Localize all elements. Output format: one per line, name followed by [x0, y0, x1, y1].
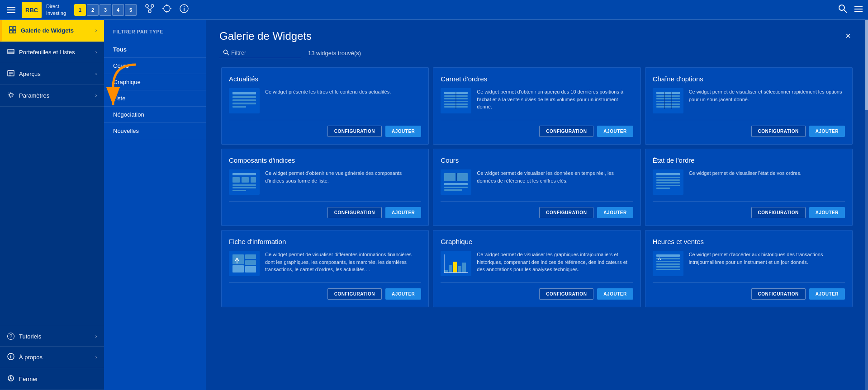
sidebar: Galerie de Widgets › Portefeuilles et Li… [0, 20, 104, 390]
widget-cours: Cours Ce widget permet de visualiser les… [433, 149, 640, 226]
galerie-icon [9, 26, 16, 35]
filter-tous[interactable]: Tous [104, 42, 206, 58]
widget-carnet-ordres-config[interactable]: CONFIGURATION [539, 126, 593, 137]
filter-input-wrap [219, 47, 301, 58]
svg-line-38 [227, 53, 229, 55]
svg-rect-72 [656, 173, 680, 175]
sidebar-item-portefeuilles-label: Portefeuilles et Listes [19, 49, 91, 56]
sidebar-item-parametres-arrow: › [95, 93, 97, 98]
filter-graphique[interactable]: Graphique [104, 74, 206, 90]
svg-rect-75 [656, 182, 680, 183]
info-icon[interactable] [179, 4, 189, 16]
widget-fiche-information-footer: CONFIGURATION AJOUTER [229, 282, 421, 300]
close-button[interactable]: × [842, 29, 854, 43]
svg-rect-82 [245, 266, 256, 273]
parametres-icon [7, 91, 14, 100]
widget-actualites-body: Ce widget présente les titres et le cont… [229, 88, 421, 113]
widget-chaine-options-desc: Ce widget permet de visualiser et sélect… [689, 88, 845, 113]
filter-liste[interactable]: Liste [104, 90, 206, 107]
hamburger-menu[interactable] [5, 5, 17, 15]
widget-etat-ordre-footer: CONFIGURATION AJOUTER [653, 201, 845, 218]
widget-composants-indices-desc: Ce widget permet d'obtenir une vue génér… [265, 169, 421, 195]
scrollbar-thumb[interactable] [865, 20, 868, 110]
widget-graphique-config[interactable]: CONFIGURATION [539, 288, 593, 300]
widget-heures-ventes-add[interactable]: AJOUTER [809, 288, 845, 300]
sidebar-item-parametres[interactable]: Paramètres › [0, 85, 104, 107]
svg-rect-63 [232, 184, 256, 186]
svg-rect-24 [8, 49, 14, 54]
tab-2[interactable]: 2 [87, 4, 99, 16]
filter-nouvelles[interactable]: Nouvelles [104, 123, 206, 139]
svg-rect-73 [656, 177, 680, 178]
widget-actualites-title: Actualités [229, 75, 421, 83]
svg-rect-76 [656, 185, 680, 186]
widget-etat-ordre: État de l'ordre Ce widget permet de visu… [645, 149, 853, 226]
sidebar-item-portefeuilles[interactable]: Portefeuilles et Listes › [0, 42, 104, 63]
svg-rect-62 [251, 177, 256, 183]
widget-actualites-thumb [229, 88, 260, 113]
widget-etat-ordre-add[interactable]: AJOUTER [809, 207, 845, 218]
svg-rect-74 [656, 179, 680, 181]
tab-3[interactable]: 3 [100, 4, 111, 16]
svg-line-5 [147, 7, 150, 10]
widget-etat-ordre-config[interactable]: CONFIGURATION [751, 207, 806, 218]
svg-rect-88 [462, 263, 466, 273]
tab-5[interactable]: 5 [125, 4, 137, 16]
tab-buttons: 1 2 3 4 5 [74, 4, 137, 16]
sidebar-item-tutoriels-arrow: › [95, 334, 97, 339]
sidebar-item-galerie[interactable]: Galerie de Widgets › [0, 20, 104, 42]
widget-graphique-title: Graphique [441, 238, 633, 245]
svg-rect-80 [245, 254, 256, 259]
widget-fiche-information-add[interactable]: AJOUTER [385, 288, 421, 300]
sidebar-item-apercus[interactable]: Aperçus › [0, 63, 104, 85]
svg-point-15 [839, 5, 844, 10]
filter-cours[interactable]: Cours [104, 58, 206, 74]
tab-1[interactable]: 1 [74, 4, 86, 16]
sidebar-item-fermer[interactable]: Fermer [0, 368, 104, 390]
svg-rect-68 [444, 187, 468, 188]
widget-chaine-options-add[interactable]: AJOUTER [809, 126, 845, 137]
svg-rect-41 [232, 99, 256, 101]
filter-negociation[interactable]: Négociation [104, 107, 206, 123]
filter-panel: FILTRER PAR TYPE Tous Cours Graphique Li… [104, 20, 206, 390]
widget-carnet-ordres-add[interactable]: AJOUTER [597, 126, 633, 137]
widget-etat-ordre-thumb [653, 169, 683, 195]
sidebar-item-apropos[interactable]: À propos › [0, 347, 104, 368]
main-layout: Galerie de Widgets › Portefeuilles et Li… [0, 20, 868, 390]
svg-rect-86 [453, 262, 457, 273]
svg-rect-54 [656, 101, 680, 102]
filter-input[interactable] [219, 47, 301, 58]
widget-fiche-information-config[interactable]: CONFIGURATION [327, 288, 382, 300]
svg-rect-52 [656, 95, 680, 97]
fermer-icon [7, 375, 14, 383]
widget-actualites-config[interactable]: CONFIGURATION [327, 126, 382, 137]
widget-cours-add[interactable]: AJOUTER [597, 207, 633, 218]
svg-rect-51 [656, 92, 680, 94]
sidebar-item-tutoriels[interactable]: ? Tutoriels › [0, 326, 104, 347]
widget-cours-config[interactable]: CONFIGURATION [539, 207, 593, 218]
crosshair-icon[interactable] [162, 4, 172, 16]
svg-rect-93 [656, 261, 680, 262]
svg-rect-55 [656, 103, 680, 105]
widget-chaine-options-config[interactable]: CONFIGURATION [751, 126, 806, 137]
branch-icon[interactable] [145, 4, 155, 16]
svg-rect-39 [232, 92, 256, 94]
sidebar-item-galerie-arrow: › [95, 28, 97, 33]
tab-4[interactable]: 4 [112, 4, 124, 16]
svg-rect-64 [232, 187, 256, 188]
widget-heures-ventes-thumb [653, 251, 683, 276]
widget-actualites-add[interactable]: AJOUTER [385, 126, 421, 137]
widget-heures-ventes-config[interactable]: CONFIGURATION [751, 288, 806, 300]
svg-text:RBC: RBC [25, 7, 38, 14]
widget-composants-indices-add[interactable]: AJOUTER [385, 207, 421, 218]
widget-graphique-add[interactable]: AJOUTER [597, 288, 633, 300]
sidebar-item-parametres-label: Paramètres [19, 92, 91, 99]
search-icon[interactable] [838, 4, 847, 15]
page-title: Galerie de Widgets [219, 30, 312, 42]
widget-composants-indices-config[interactable]: CONFIGURATION [327, 207, 382, 218]
top-navigation: RBC Direct Investing 1 2 3 4 5 [0, 0, 868, 20]
widget-graphique-footer: CONFIGURATION AJOUTER [441, 282, 633, 300]
expand-icon[interactable] [854, 6, 863, 14]
filter-panel-title: FILTRER PAR TYPE [104, 29, 206, 42]
svg-rect-71 [457, 173, 468, 181]
